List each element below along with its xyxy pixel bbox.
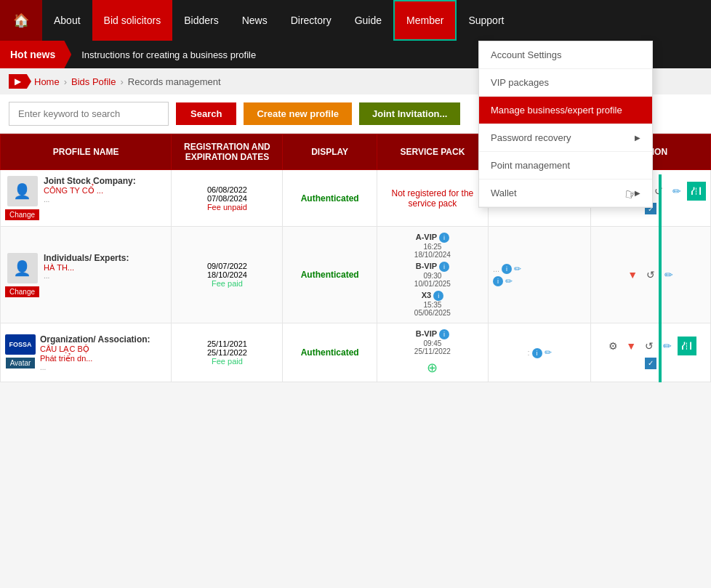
undo-icon-3[interactable]: ↺ [641,338,657,354]
reg-date-3: 25/11/2021 [176,339,278,348]
settings-icon-3[interactable]: ⚙ [605,338,621,354]
breadcrumb-home[interactable]: Home [34,76,60,87]
edit-icon[interactable]: ✏ [669,183,685,199]
vip-badge-bvip3: B-VIP [416,329,437,338]
filter-icon-2[interactable]: ▼ [624,267,640,283]
profile-type: Joint Stock Company: [44,176,136,186]
undo-icon-2[interactable]: ↺ [643,267,659,283]
company-name: HÀ TH... [44,263,129,272]
menu-password-recovery[interactable]: Password recovery ▶ [479,124,652,152]
exp-date: 07/08/2024 [176,194,278,203]
avatar-button-3[interactable]: Avatar [6,358,36,368]
add-service-icon[interactable]: ⊕ [427,361,438,375]
fee-status: Fee paid [176,279,278,288]
edit-small-s3[interactable]: ✏ [545,347,552,358]
sup-cell-2: ... i ✏ i ✏ [488,227,590,323]
dates-cell-3: 25/11/2021 25/11/2022 Fee paid [172,323,283,382]
info-icon-x3[interactable]: i [433,291,443,301]
action-cell-2: ▼ ↺ ✏ [591,227,711,323]
menu-account-settings[interactable]: Account Settings [479,41,652,69]
col-profile-name: PROFILE NAME [1,134,172,170]
profile-type: Individuals/ Experts: [44,253,129,263]
change-avatar-button-2[interactable]: Change [5,286,39,297]
nav-directory[interactable]: Directory [279,0,343,41]
auth-status: Authenticated [301,270,359,280]
action-cell-3: ⚙ ▼ ↺ ✏ ⛙ ✓ [591,323,711,382]
fee-status-3: Fee paid [176,357,278,366]
avatar: 👤 [7,253,38,283]
service-cell-3: B-VIP i 09:45 25/11/2022 ⊕ [377,323,488,382]
info-icon-bvip[interactable]: i [439,262,449,272]
fee-status: Fee unpaid [176,203,278,212]
avatar: 👤 [7,176,38,206]
nav-support[interactable]: Support [457,0,515,41]
auth-status: Authenticated [301,193,359,204]
create-profile-button[interactable]: Create new profile [244,102,352,125]
hot-news-text: Instructions for creating a business pro… [71,49,256,60]
display-cell-2: Authenticated [283,227,377,323]
table-row: 👤 Change Individuals/ Experts: HÀ TH... … [1,227,711,323]
change-avatar-button[interactable]: Change [5,209,39,220]
edit-small-icon[interactable]: ✏ [514,264,521,274]
info-icon-s3[interactable]: i [532,348,542,358]
col-display: DISPLAY [283,134,377,170]
org-tree-icon-3[interactable]: ⛙ [678,337,696,355]
top-navigation: 🏠 About Bid solicitors Bidders News Dire… [0,0,711,41]
menu-manage-profile[interactable]: Manage business/expert profile ☞ [479,97,652,124]
dates-cell-1: 06/08/2022 07/08/2024 Fee unpaid [172,170,283,227]
display-cell-3: Authenticated [283,323,377,382]
vip-badge-x3: X3 [422,291,431,299]
avatar-fossa: FOSSA [5,334,36,355]
sup-cell-3: : i ✏ [488,323,590,382]
company-name: CÔNG TY CỔ ... [44,186,136,196]
edit-small-icon2[interactable]: ✏ [505,276,513,286]
submenu-arrow: ▶ [635,134,640,142]
filter-icon-3[interactable]: ▼ [623,338,639,354]
profile-type-3: Organization/ Association: [40,334,150,345]
company-extra: ... [44,272,129,280]
profile-cell-3: FOSSA Avatar Organization/ Association: … [1,323,172,382]
company-name-3b: Phát triển dn... [40,354,150,363]
breadcrumb-arrow: ▶ [9,74,31,89]
profile-cell-1: 👤 Change Joint Stock Company: CÔNG TY CỔ… [1,170,172,227]
service-pack-status: Not registered for the service pack [392,188,474,209]
breadcrumb-bids[interactable]: Bids Pofile [71,76,116,87]
nav-bid-solicitors[interactable]: Bid solicitors [92,0,173,41]
exp-date: 18/10/2024 [176,270,278,279]
profile-cell-2: 👤 Change Individuals/ Experts: HÀ TH... … [1,227,172,323]
auth-status-3: Authenticated [301,347,359,358]
search-input[interactable] [9,102,169,126]
info-icon[interactable]: i [439,233,449,243]
menu-point-management[interactable]: Point management [479,152,652,180]
company-name-3: CÂU LẠC BỘ [40,345,150,354]
info-icon-sup2[interactable]: i [493,276,503,286]
exp-date-3: 25/11/2022 [176,348,278,357]
col-dates: REGISTRATION AND EXPIRATION DATES [172,134,283,170]
hot-news-label: Hot news [0,41,71,68]
nav-news[interactable]: News [230,0,279,41]
nav-bidders[interactable]: Bidders [172,0,230,41]
breadcrumb-current: Records management [128,76,221,87]
nav-member[interactable]: Member [393,0,457,41]
company-name2: ... [44,196,136,204]
info-icon-bvip3[interactable]: i [439,329,449,339]
display-cell-1: Authenticated [283,170,377,227]
reg-date: 09/07/2022 [176,262,278,270]
service-cell-2: A-VIP i 16:25 18/10/2024 B-VIP i 09:30 1… [377,227,488,323]
vip-badge-avip: A-VIP [416,233,437,241]
joint-invitation-button[interactable]: Joint Invitation... [359,102,460,125]
edit-icon-3[interactable]: ✏ [659,338,675,354]
company-name-3c: ... [40,363,150,371]
home-button[interactable]: 🏠 [0,0,42,41]
check-box-3[interactable]: ✓ [645,358,656,369]
search-button[interactable]: Search [176,102,236,125]
edit-icon-2[interactable]: ✏ [661,267,677,283]
nav-guide[interactable]: Guide [343,0,393,41]
reg-date: 06/08/2022 [176,185,278,194]
service-cell-1: Not registered for the service pack [377,170,488,227]
nav-about[interactable]: About [42,0,92,41]
org-tree-icon[interactable]: ⛙ [687,182,706,201]
menu-vip-packages[interactable]: VIP packages [479,69,652,97]
info-icon-sup[interactable]: i [502,264,512,274]
col-service-pack: SERVICE PACK [377,134,488,170]
